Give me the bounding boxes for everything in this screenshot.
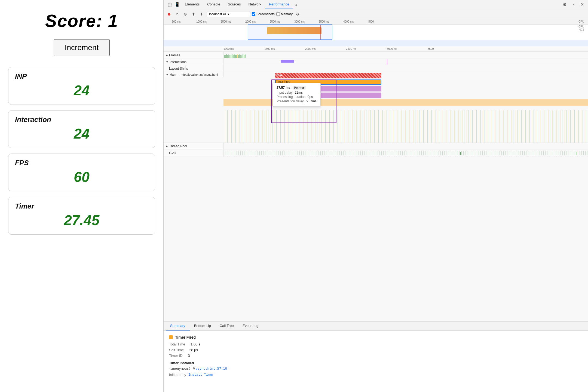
- perf-toolbar: ⏺ ↺ ⊘ ⬆ ⬇ localhost #1 ▾ Screenshots Mem…: [164, 9, 588, 19]
- code-link[interactable]: async.html:57:10: [195, 367, 227, 370]
- metric-value-interaction: 24: [15, 125, 148, 142]
- inspect-icon[interactable]: ⬚: [166, 1, 173, 8]
- frame-bar: [228, 54, 229, 58]
- initiated-by-label: Initiated by: [169, 373, 186, 377]
- url-badge[interactable]: localhost #1 ▾: [207, 11, 250, 17]
- tooltip-input-delay-val: 22ms: [295, 91, 303, 94]
- tab-settings: ⚙ ⋮ ✕: [561, 1, 586, 8]
- summary-self-time-row: Self Time 28 μs: [169, 348, 583, 352]
- more-tabs-icon[interactable]: »: [293, 1, 300, 8]
- tab-network[interactable]: Network: [245, 1, 265, 8]
- summary-tab-summary[interactable]: Summary: [166, 321, 190, 330]
- frame-bar: [225, 55, 226, 58]
- upload-button[interactable]: ⬆: [190, 11, 197, 17]
- metric-card-fps: FPS 60: [8, 154, 155, 191]
- track-thread-pool: ▶ Thread Pool: [164, 143, 588, 150]
- track-content-main: Task Timer Fired Function Call (anonymou…: [223, 72, 588, 143]
- summary-panel: Summary Bottom-Up Call Tree Event Log Ti…: [164, 321, 588, 392]
- capture-settings-icon[interactable]: ⚙: [294, 11, 301, 17]
- frame-bar: [231, 55, 231, 58]
- metric-label-interaction: Interaction: [15, 115, 148, 124]
- track-label-thread-pool: ▶ Thread Pool: [164, 143, 223, 149]
- timer-installed-title: Timer Installed: [169, 361, 583, 365]
- reload-record-button[interactable]: ↺: [174, 11, 180, 17]
- tooltip-processing-row: Processing duration 0μs: [277, 95, 317, 99]
- main-label-text: Main — http://localho...rs/async.html: [170, 73, 218, 76]
- tooltip-processing-label: Processing duration: [277, 95, 305, 99]
- track-interactions: ▼ Interactions: [164, 59, 588, 65]
- overview-bottom-bar: [164, 40, 588, 46]
- screenshots-label: Screenshots: [256, 12, 275, 16]
- memory-label: Memory: [281, 12, 293, 16]
- expand-frames-icon[interactable]: ▶: [166, 54, 168, 57]
- tab-performance[interactable]: Performance: [265, 1, 293, 8]
- expand-thread-pool-icon[interactable]: ▶: [166, 145, 168, 148]
- frame-bar: [244, 55, 244, 58]
- detail-tick-3500: 3500: [428, 47, 434, 50]
- purple-marker: [387, 59, 387, 65]
- tick-500: 500 ms: [172, 20, 181, 23]
- expand-interactions-icon[interactable]: ▼: [166, 60, 169, 63]
- track-content-thread-pool: [223, 143, 588, 149]
- gpu-spike: [460, 152, 461, 155]
- frame-bar: [233, 55, 234, 58]
- tab-console[interactable]: Console: [203, 1, 224, 8]
- tooltip-presentation-val: 5.57ms: [306, 99, 316, 103]
- summary-tab-bottom-up[interactable]: Bottom-Up: [190, 321, 215, 330]
- self-time-label: Self Time: [169, 348, 184, 352]
- screenshots-checkbox[interactable]: [252, 12, 255, 16]
- metric-card-inp: INP 24: [8, 67, 155, 105]
- tick-2000: 2000 ms: [245, 20, 256, 23]
- metric-label-fps: FPS: [15, 159, 148, 167]
- tab-sources[interactable]: Sources: [224, 1, 245, 8]
- track-main: ▼ Main — http://localho...rs/async.html …: [164, 72, 588, 143]
- summary-timer-id-row: Timer ID 3: [169, 354, 583, 358]
- metric-value-inp: 24: [15, 82, 148, 99]
- frame-bar: [232, 54, 232, 58]
- record-button[interactable]: ⏺: [166, 11, 172, 17]
- interaction-tooltip-trigger[interactable]: [271, 59, 287, 65]
- screenshots-checkbox-label[interactable]: Screenshots: [252, 12, 275, 16]
- frames-label-text: Frames: [169, 53, 180, 57]
- detail-tick-1500: 1500 ms: [264, 47, 275, 50]
- track-content-frames: [223, 52, 588, 59]
- overview-content: CPU NET: [164, 24, 588, 40]
- increment-button[interactable]: Increment: [54, 39, 110, 56]
- settings-icon[interactable]: ⚙: [561, 1, 568, 8]
- close-icon[interactable]: ✕: [578, 1, 586, 8]
- memory-checkbox-label[interactable]: Memory: [276, 12, 293, 16]
- clear-button[interactable]: ⊘: [182, 11, 189, 17]
- download-button[interactable]: ⬇: [198, 11, 205, 17]
- tick-1500: 1500 ms: [221, 20, 231, 23]
- tick-3500: 3500 ms: [319, 20, 329, 23]
- summary-tab-event-log[interactable]: Event Log: [238, 321, 263, 330]
- memory-checkbox[interactable]: [276, 12, 280, 16]
- score-title: Score: 1: [45, 11, 118, 31]
- expand-main-icon[interactable]: ▼: [166, 73, 169, 76]
- devtools-panel: ⬚ 📱 Elements Console Sources Network Per…: [163, 0, 588, 392]
- summary-color-dot: [169, 335, 173, 339]
- frame-bar: [226, 54, 227, 58]
- install-timer-link[interactable]: Install Timer: [188, 373, 214, 377]
- summary-tab-call-tree[interactable]: Call Tree: [215, 321, 238, 330]
- summary-title-row: Timer Fired: [169, 335, 583, 339]
- url-text: localhost #1: [209, 12, 226, 16]
- device-icon[interactable]: 📱: [173, 1, 181, 8]
- track-label-gpu: GPU: [164, 150, 223, 157]
- track-content-gpu: [223, 150, 588, 157]
- tick-3000: 3000 ms: [294, 20, 305, 23]
- frame-bar: [224, 55, 225, 58]
- tab-elements[interactable]: Elements: [181, 1, 203, 8]
- timeline-overview: 500 ms 1000 ms 1500 ms 2000 ms 2500 ms 3…: [164, 19, 588, 46]
- track-gpu: GPU: [164, 150, 588, 157]
- tooltip-header: 27.57 ms Pointer: [277, 86, 317, 90]
- layout-shifts-label-text: Layout Shifts: [166, 67, 188, 71]
- task-bar[interactable]: Task: [275, 73, 381, 78]
- track-label-layout-shifts: Layout Shifts: [164, 65, 223, 72]
- tooltip-presentation-label: Presentation delay: [277, 99, 304, 103]
- track-content-interactions: [223, 59, 588, 65]
- more-options-icon[interactable]: ⋮: [569, 1, 577, 8]
- frame-bar-yellow: [237, 54, 238, 58]
- selection-region: [248, 24, 332, 40]
- url-dropdown-icon[interactable]: ▾: [228, 12, 229, 16]
